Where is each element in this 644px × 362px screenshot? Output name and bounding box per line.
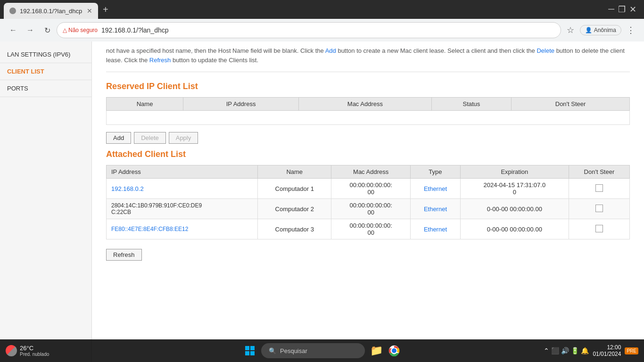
col-ip-address: IP Address xyxy=(107,165,258,179)
cell-type: Ethernet xyxy=(411,219,461,239)
display-icon[interactable]: ⬛ xyxy=(551,347,559,354)
tab-title: 192.168.0.1/?lan_dhcp xyxy=(20,8,82,15)
col-mac-address: Mac Address xyxy=(299,98,432,111)
tab-bar: 192.168.0.1/?lan_dhcp ✕ + ─ ❐ ✕ xyxy=(0,0,644,19)
cell-mac: 00:00:00:00:00:00 xyxy=(331,199,411,219)
weather-icon xyxy=(6,345,17,356)
new-tab-button[interactable]: + xyxy=(98,4,113,15)
taskbar-left: 26°C Pred. nublado xyxy=(6,345,49,357)
table-row: 2804:14C:1B0:979B:910F:CE0:DE9C:22CB Com… xyxy=(107,199,630,219)
cell-expiration: 2024-04-15 17:31:07.00 xyxy=(460,179,569,199)
delete-button[interactable]: Delete xyxy=(134,132,166,144)
weather-info: 26°C Pred. nublado xyxy=(20,345,49,357)
svg-rect-1 xyxy=(250,346,255,350)
taskbar-center: 🔍 Pesquisar 📁 xyxy=(243,343,401,358)
forward-button[interactable]: → xyxy=(23,23,38,38)
taskbar: 26°C Pred. nublado 🔍 Pesquisar 📁 xyxy=(0,339,644,362)
cell-name: Computador 3 xyxy=(258,219,331,239)
bell-icon[interactable]: 🔔 xyxy=(581,347,589,354)
cell-name: Computador 1 xyxy=(258,179,331,199)
cell-type: Ethernet xyxy=(411,199,461,219)
taskbar-search[interactable]: 🔍 Pesquisar xyxy=(261,343,365,358)
close-window-button[interactable]: ✕ xyxy=(629,4,636,15)
refresh-button[interactable]: Refresh xyxy=(106,249,142,261)
add-link[interactable]: Add xyxy=(325,47,336,54)
cell-expiration: 0-00-00 00:00:00.00 xyxy=(460,199,569,219)
profile-icon: 👤 xyxy=(585,27,592,33)
tab-close-button[interactable]: ✕ xyxy=(87,7,92,15)
chrome-button[interactable] xyxy=(388,344,401,357)
cell-type: Ethernet xyxy=(411,179,461,199)
svg-rect-3 xyxy=(250,351,255,355)
sidebar-item-label: CLIENT LIST xyxy=(7,68,44,75)
weather-desc: Pred. nublado xyxy=(20,352,49,357)
cell-ip[interactable]: 2804:14C:1B0:979B:910F:CE0:DE9C:22CB xyxy=(107,199,258,219)
col-type: Type xyxy=(411,165,461,179)
col-mac-address: Mac Address xyxy=(331,165,411,179)
col-status: Status xyxy=(431,98,511,111)
sidebar-item-client-list[interactable]: CLIENT LIST xyxy=(0,63,91,80)
dont-steer-checkbox[interactable] xyxy=(595,184,603,192)
pre-badge[interactable]: PRE xyxy=(625,347,638,354)
active-tab[interactable]: 192.168.0.1/?lan_dhcp ✕ xyxy=(4,3,98,19)
cell-expiration: 0-00-00 00:00:00.00 xyxy=(460,219,569,239)
nav-bar: ← → ↻ △ Não seguro 192.168.0.1/?lan_dhcp… xyxy=(0,19,644,41)
minimize-button[interactable]: ─ xyxy=(608,4,614,15)
sidebar-item-label: LAN SETTINGS (IPV6) xyxy=(7,51,70,58)
profile-button[interactable]: 👤 Anônima xyxy=(580,25,621,35)
warning-icon: △ xyxy=(63,27,67,33)
reserved-table: Name IP Address Mac Address Status Don't… xyxy=(106,97,630,125)
reload-button[interactable]: ↻ xyxy=(40,23,55,38)
cell-ip[interactable]: 192.168.0.2 xyxy=(107,179,258,199)
profile-label: Anônima xyxy=(594,27,616,33)
main-content: not have a specified host name, then the… xyxy=(92,41,644,362)
page-wrapper: LAN SETTINGS (IPV6) CLIENT LIST PORTS no… xyxy=(0,41,644,362)
cell-ip[interactable]: FE80::4E7E:8E4F:CFB8:EE12 xyxy=(107,219,258,239)
maximize-button[interactable]: ❐ xyxy=(618,4,626,15)
col-expiration: Expiration xyxy=(460,165,569,179)
cell-dont-steer[interactable] xyxy=(569,199,629,219)
cell-dont-steer[interactable] xyxy=(569,219,629,239)
file-explorer-button[interactable]: 📁 xyxy=(370,344,383,357)
dont-steer-checkbox[interactable] xyxy=(595,205,603,212)
svg-rect-0 xyxy=(245,346,249,350)
menu-button[interactable]: ⋮ xyxy=(623,23,638,38)
reserved-section: Reserved IP Client List Name IP Address … xyxy=(106,82,630,125)
table-row: 192.168.0.2 Computador 1 00:00:00:00:00:… xyxy=(107,179,630,199)
current-time: 12:00 xyxy=(593,344,621,351)
attached-section: Attached Client List IP Address Name Mac… xyxy=(106,149,630,239)
back-button[interactable]: ← xyxy=(6,23,21,38)
action-buttons: Add Delete Apply xyxy=(106,132,630,144)
cell-name: Computador 2 xyxy=(258,199,331,219)
col-dont-steer: Don't Steer xyxy=(569,165,629,179)
sidebar-item-ports[interactable]: PORTS xyxy=(0,80,91,97)
sidebar: LAN SETTINGS (IPV6) CLIENT LIST PORTS xyxy=(0,41,92,362)
battery-icon[interactable]: 🔋 xyxy=(571,347,579,354)
windows-start-button[interactable] xyxy=(243,344,256,357)
weather-temp: 26°C xyxy=(20,345,49,352)
weather-widget: 26°C Pred. nublado xyxy=(6,345,49,357)
address-bar[interactable]: △ Não seguro 192.168.0.1/?lan_dhcp xyxy=(57,22,561,38)
add-button[interactable]: Add xyxy=(106,132,131,144)
cell-mac: 00:00:00:00:00:00 xyxy=(331,179,411,199)
sidebar-item-lan-settings-ipv6[interactable]: LAN SETTINGS (IPV6) xyxy=(0,46,91,63)
apply-button[interactable]: Apply xyxy=(169,132,198,144)
insecure-label: Não seguro xyxy=(68,27,98,33)
col-dont-steer: Don't Steer xyxy=(512,98,630,111)
time-display: 12:00 01/01/2024 xyxy=(593,344,621,357)
attached-title: Attached Client List xyxy=(106,149,630,159)
col-name: Name xyxy=(258,165,331,179)
attached-table: IP Address Name Mac Address Type Expirat… xyxy=(106,165,630,239)
refresh-link[interactable]: Refresh xyxy=(149,57,171,64)
delete-link[interactable]: Delete xyxy=(537,47,554,54)
cell-dont-steer[interactable] xyxy=(569,179,629,199)
volume-icon[interactable]: 🔊 xyxy=(561,347,569,354)
cell-mac: 00:00:00:00:00:00 xyxy=(331,219,411,239)
bookmark-button[interactable]: ☆ xyxy=(563,23,578,38)
reserved-title: Reserved IP Client List xyxy=(106,82,630,91)
table-row: FE80::4E7E:8E4F:CFB8:EE12 Computador 3 0… xyxy=(107,219,630,239)
search-icon: 🔍 xyxy=(269,347,276,354)
dont-steer-checkbox[interactable] xyxy=(595,225,603,232)
chevron-up-icon[interactable]: ⌃ xyxy=(544,347,549,354)
taskbar-right: ⌃ ⬛ 🔊 🔋 🔔 12:00 01/01/2024 PRE xyxy=(544,344,638,357)
